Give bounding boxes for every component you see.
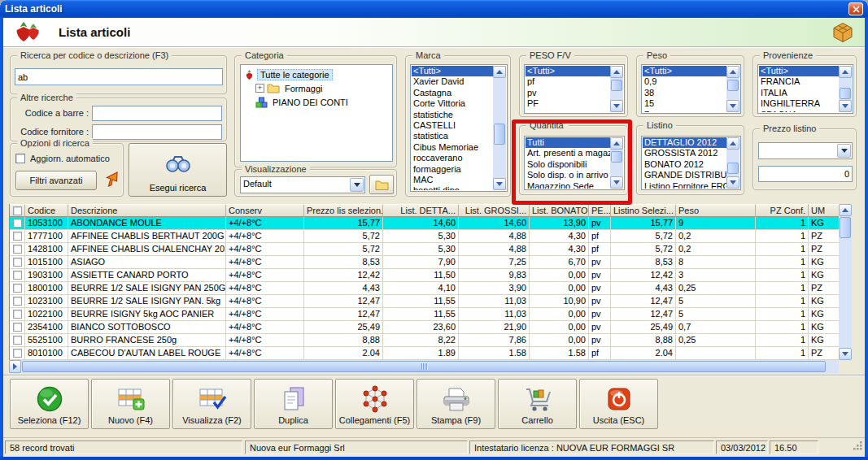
list-item[interactable]: pv [526, 88, 610, 98]
table-vscrollbar[interactable] [839, 204, 852, 360]
row-checkbox-cell[interactable] [10, 269, 25, 282]
scroll-down-button[interactable] [839, 348, 852, 360]
duplica-button[interactable]: Duplica [254, 379, 333, 429]
column-header[interactable]: Peso [676, 204, 756, 217]
list-item[interactable]: BONATO 2012 [643, 159, 726, 170]
advanced-filters-button[interactable]: Filtri avanzati [15, 171, 97, 190]
scroll-down-button[interactable] [726, 176, 739, 189]
list-item[interactable]: SPAGNA [759, 110, 839, 112]
hscroll-thumb[interactable] [22, 361, 826, 372]
scroll-up-button[interactable] [610, 137, 623, 150]
collegamenti-button[interactable]: Collegamenti (F5) [335, 379, 414, 429]
tree-item-piano-dei-conti[interactable]: PIANO DEI CONTI [242, 95, 390, 109]
chevron-down-icon[interactable] [837, 144, 851, 158]
list-price-combobox[interactable] [758, 142, 853, 159]
row-checkbox[interactable] [13, 219, 22, 228]
table-row[interactable]: 1800100BEURRE 1/2 SALE ISIGNY PAN 250G+4… [10, 282, 839, 295]
table-row[interactable]: 1023100BEURRE 1/2 SALE ISIGNY PAN. 5kg+4… [10, 295, 839, 308]
row-checkbox[interactable] [13, 245, 22, 254]
list-item[interactable]: 7 [643, 110, 726, 112]
list-item[interactable]: Solo disp. o in arrivo [526, 170, 610, 180]
row-checkbox-cell[interactable] [10, 308, 25, 321]
select-all-checkbox[interactable] [13, 206, 22, 215]
peso-fv-scrollbar[interactable] [610, 66, 623, 112]
table-row[interactable]: 5525100BURRO FRANCESE 250g+4/+8°C8,888,2… [10, 334, 839, 347]
list-item[interactable]: GROSSISTA 2012 [643, 148, 726, 158]
list-item[interactable]: Solo disponibili [526, 159, 610, 170]
list-item[interactable]: 15 [643, 98, 726, 109]
list-item[interactable]: statistiche [412, 110, 493, 120]
row-checkbox-cell[interactable] [10, 217, 25, 230]
list-item[interactable]: DETTAGLIO 2012 [643, 137, 726, 148]
table-row[interactable]: 1022100BEURRE ISIGNY 5kg AOC PANIER+4/+8… [10, 308, 839, 321]
open-view-button[interactable] [369, 175, 394, 194]
list-item[interactable]: Cibus Memoriae [412, 142, 493, 153]
row-checkbox[interactable] [13, 258, 22, 267]
list-item[interactable]: 38 [643, 88, 726, 98]
row-checkbox[interactable] [13, 284, 22, 293]
list-item[interactable]: 0,9 [643, 76, 726, 87]
scroll-up-button[interactable] [726, 66, 739, 78]
scroll-thumb[interactable] [840, 217, 851, 238]
column-header[interactable]: Listino Selezi... [611, 204, 676, 217]
column-header[interactable]: Prezzo lis selezion... [304, 204, 383, 217]
list-item[interactable]: <Tutti> [643, 66, 726, 76]
seleziona-button[interactable]: Seleziona (F12) [10, 379, 89, 429]
list-item[interactable]: PF [526, 98, 610, 109]
scroll-thumb[interactable] [727, 80, 739, 91]
scroll-up-button[interactable] [839, 66, 852, 78]
scroll-up-button[interactable] [839, 204, 852, 216]
row-checkbox-cell[interactable] [10, 334, 25, 347]
close-button[interactable] [848, 2, 863, 15]
row-checkbox[interactable] [13, 297, 22, 306]
weight-scrollbar[interactable] [726, 66, 739, 112]
row-checkbox-cell[interactable] [10, 243, 25, 256]
list-item[interactable]: <Tutti> [759, 66, 839, 76]
scroll-thumb[interactable] [727, 163, 739, 174]
list-item[interactable]: benetti dino [412, 185, 493, 190]
scroll-down-button[interactable] [726, 100, 739, 112]
column-header[interactable]: PZ Conf. [756, 204, 809, 217]
quantity-scrollbar[interactable] [610, 137, 623, 189]
column-header[interactable]: PE... [589, 204, 611, 217]
list-item[interactable]: INGHILTERRA [759, 98, 839, 109]
list-price-amount-input[interactable] [758, 166, 853, 182]
tree-item-tutte-le-categorie[interactable]: Tutte le categorie [242, 67, 390, 81]
list-item[interactable]: ITALIA [759, 88, 839, 98]
list-item[interactable]: MAC [412, 175, 493, 185]
list-item[interactable]: pz [526, 110, 610, 112]
auto-update-checkbox[interactable] [15, 154, 25, 163]
scroll-down-button[interactable] [610, 100, 623, 112]
list-item[interactable]: FRANCIA [759, 76, 839, 87]
table-row[interactable]: 2354100BIANCO SOTTOBOSCO+4/+8°C25,4923,6… [10, 321, 839, 334]
scroll-thumb[interactable] [611, 80, 622, 91]
list-item[interactable]: Magazzino Sede [526, 181, 610, 189]
scroll-down-button[interactable] [493, 178, 506, 190]
list-item[interactable]: CASTELLI [412, 120, 493, 131]
scroll-up-button[interactable] [726, 137, 739, 150]
table-hscrollbar[interactable] [9, 360, 839, 373]
column-header[interactable]: List. BONATO [530, 204, 589, 217]
table-row[interactable]: 8010100CABECOU D'AUTAN LABEL ROUGE+4/+8°… [10, 347, 839, 360]
row-checkbox[interactable] [13, 271, 22, 280]
brand-listbox[interactable]: <Tutti>Xavier DavidCastagnaCorte Vittori… [410, 64, 508, 192]
scroll-down-button[interactable] [610, 176, 623, 189]
row-checkbox[interactable] [13, 336, 22, 345]
list-item[interactable]: statistica [412, 131, 493, 141]
list-item[interactable]: Tutti [526, 137, 610, 148]
run-search-button[interactable]: Esegui ricerca [129, 143, 227, 197]
column-header[interactable]: List. GROSSI... [459, 204, 530, 217]
row-checkbox-cell[interactable] [10, 347, 25, 360]
brand-scrollbar[interactable] [493, 66, 506, 190]
weight-listbox[interactable]: <Tutti>0,938157 [641, 64, 741, 114]
row-checkbox[interactable] [13, 323, 22, 332]
stampa-button[interactable]: Stampa (F9) [417, 379, 495, 429]
list-item[interactable]: Art. presenti a magaz [526, 148, 610, 158]
column-header[interactable]: Codice [25, 204, 68, 217]
scroll-thumb[interactable] [611, 151, 622, 163]
list-item[interactable]: Listino Fornitore FROM [643, 181, 726, 189]
list-item[interactable]: roccaverano [412, 153, 493, 163]
select-all-checkbox-cell[interactable] [10, 204, 25, 217]
column-header[interactable]: Descrizione [68, 204, 226, 217]
column-header[interactable]: List. DETTA... [383, 204, 459, 217]
